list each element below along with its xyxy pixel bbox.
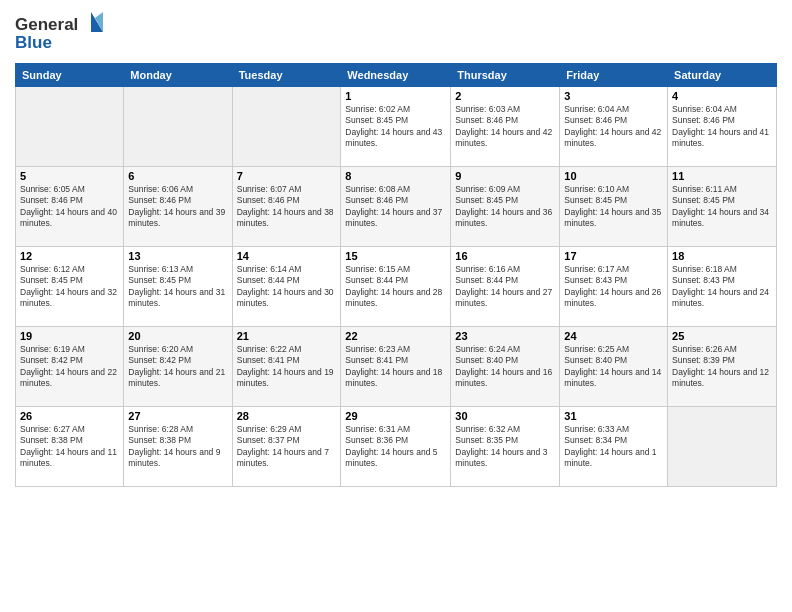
day-info: Sunrise: 6:14 AMSunset: 8:44 PMDaylight:… — [237, 264, 337, 310]
day-cell: 23Sunrise: 6:24 AMSunset: 8:40 PMDayligh… — [451, 327, 560, 407]
day-number: 22 — [345, 330, 446, 342]
day-info: Sunrise: 6:18 AMSunset: 8:43 PMDaylight:… — [672, 264, 772, 310]
day-number: 25 — [672, 330, 772, 342]
calendar-table: SundayMondayTuesdayWednesdayThursdayFrid… — [15, 63, 777, 487]
weekday-header-wednesday: Wednesday — [341, 64, 451, 87]
day-cell: 10Sunrise: 6:10 AMSunset: 8:45 PMDayligh… — [560, 167, 668, 247]
day-info: Sunrise: 6:19 AMSunset: 8:42 PMDaylight:… — [20, 344, 119, 390]
week-row-5: 26Sunrise: 6:27 AMSunset: 8:38 PMDayligh… — [16, 407, 777, 487]
page: General Blue SundayMondayTuesdayWednesda… — [0, 0, 792, 612]
day-cell: 25Sunrise: 6:26 AMSunset: 8:39 PMDayligh… — [668, 327, 777, 407]
day-info: Sunrise: 6:26 AMSunset: 8:39 PMDaylight:… — [672, 344, 772, 390]
day-cell: 9Sunrise: 6:09 AMSunset: 8:45 PMDaylight… — [451, 167, 560, 247]
day-cell: 21Sunrise: 6:22 AMSunset: 8:41 PMDayligh… — [232, 327, 341, 407]
day-info: Sunrise: 6:31 AMSunset: 8:36 PMDaylight:… — [345, 424, 446, 470]
day-info: Sunrise: 6:23 AMSunset: 8:41 PMDaylight:… — [345, 344, 446, 390]
header: General Blue — [15, 10, 777, 55]
day-number: 27 — [128, 410, 227, 422]
day-number: 5 — [20, 170, 119, 182]
day-info: Sunrise: 6:04 AMSunset: 8:46 PMDaylight:… — [564, 104, 663, 150]
day-cell: 8Sunrise: 6:08 AMSunset: 8:46 PMDaylight… — [341, 167, 451, 247]
svg-text:General: General — [15, 15, 78, 34]
day-info: Sunrise: 6:11 AMSunset: 8:45 PMDaylight:… — [672, 184, 772, 230]
day-cell: 20Sunrise: 6:20 AMSunset: 8:42 PMDayligh… — [124, 327, 232, 407]
day-cell: 2Sunrise: 6:03 AMSunset: 8:46 PMDaylight… — [451, 87, 560, 167]
day-info: Sunrise: 6:12 AMSunset: 8:45 PMDaylight:… — [20, 264, 119, 310]
day-number: 15 — [345, 250, 446, 262]
day-number: 29 — [345, 410, 446, 422]
day-cell: 4Sunrise: 6:04 AMSunset: 8:46 PMDaylight… — [668, 87, 777, 167]
day-cell: 31Sunrise: 6:33 AMSunset: 8:34 PMDayligh… — [560, 407, 668, 487]
day-number: 23 — [455, 330, 555, 342]
day-number: 12 — [20, 250, 119, 262]
day-info: Sunrise: 6:08 AMSunset: 8:46 PMDaylight:… — [345, 184, 446, 230]
week-row-3: 12Sunrise: 6:12 AMSunset: 8:45 PMDayligh… — [16, 247, 777, 327]
day-number: 19 — [20, 330, 119, 342]
day-number: 30 — [455, 410, 555, 422]
day-info: Sunrise: 6:13 AMSunset: 8:45 PMDaylight:… — [128, 264, 227, 310]
day-cell: 11Sunrise: 6:11 AMSunset: 8:45 PMDayligh… — [668, 167, 777, 247]
day-cell: 28Sunrise: 6:29 AMSunset: 8:37 PMDayligh… — [232, 407, 341, 487]
logo: General Blue — [15, 10, 105, 55]
day-cell — [124, 87, 232, 167]
weekday-header-thursday: Thursday — [451, 64, 560, 87]
day-number: 6 — [128, 170, 227, 182]
day-number: 31 — [564, 410, 663, 422]
week-row-4: 19Sunrise: 6:19 AMSunset: 8:42 PMDayligh… — [16, 327, 777, 407]
day-cell: 18Sunrise: 6:18 AMSunset: 8:43 PMDayligh… — [668, 247, 777, 327]
day-cell: 27Sunrise: 6:28 AMSunset: 8:38 PMDayligh… — [124, 407, 232, 487]
svg-text:Blue: Blue — [15, 33, 52, 52]
day-number: 8 — [345, 170, 446, 182]
day-number: 28 — [237, 410, 337, 422]
day-info: Sunrise: 6:10 AMSunset: 8:45 PMDaylight:… — [564, 184, 663, 230]
day-number: 11 — [672, 170, 772, 182]
day-number: 26 — [20, 410, 119, 422]
weekday-header-saturday: Saturday — [668, 64, 777, 87]
day-number: 18 — [672, 250, 772, 262]
day-info: Sunrise: 6:33 AMSunset: 8:34 PMDaylight:… — [564, 424, 663, 470]
day-info: Sunrise: 6:27 AMSunset: 8:38 PMDaylight:… — [20, 424, 119, 470]
day-info: Sunrise: 6:16 AMSunset: 8:44 PMDaylight:… — [455, 264, 555, 310]
day-number: 24 — [564, 330, 663, 342]
day-number: 20 — [128, 330, 227, 342]
day-cell: 24Sunrise: 6:25 AMSunset: 8:40 PMDayligh… — [560, 327, 668, 407]
day-info: Sunrise: 6:24 AMSunset: 8:40 PMDaylight:… — [455, 344, 555, 390]
day-number: 7 — [237, 170, 337, 182]
day-info: Sunrise: 6:15 AMSunset: 8:44 PMDaylight:… — [345, 264, 446, 310]
day-cell: 30Sunrise: 6:32 AMSunset: 8:35 PMDayligh… — [451, 407, 560, 487]
day-cell: 3Sunrise: 6:04 AMSunset: 8:46 PMDaylight… — [560, 87, 668, 167]
day-info: Sunrise: 6:06 AMSunset: 8:46 PMDaylight:… — [128, 184, 227, 230]
week-row-1: 1Sunrise: 6:02 AMSunset: 8:45 PMDaylight… — [16, 87, 777, 167]
day-cell: 1Sunrise: 6:02 AMSunset: 8:45 PMDaylight… — [341, 87, 451, 167]
day-cell: 12Sunrise: 6:12 AMSunset: 8:45 PMDayligh… — [16, 247, 124, 327]
day-number: 1 — [345, 90, 446, 102]
day-number: 21 — [237, 330, 337, 342]
day-info: Sunrise: 6:20 AMSunset: 8:42 PMDaylight:… — [128, 344, 227, 390]
day-cell — [232, 87, 341, 167]
day-cell: 26Sunrise: 6:27 AMSunset: 8:38 PMDayligh… — [16, 407, 124, 487]
day-cell: 6Sunrise: 6:06 AMSunset: 8:46 PMDaylight… — [124, 167, 232, 247]
day-number: 3 — [564, 90, 663, 102]
day-cell: 16Sunrise: 6:16 AMSunset: 8:44 PMDayligh… — [451, 247, 560, 327]
day-number: 13 — [128, 250, 227, 262]
day-cell: 14Sunrise: 6:14 AMSunset: 8:44 PMDayligh… — [232, 247, 341, 327]
day-number: 17 — [564, 250, 663, 262]
weekday-header-sunday: Sunday — [16, 64, 124, 87]
day-info: Sunrise: 6:02 AMSunset: 8:45 PMDaylight:… — [345, 104, 446, 150]
day-cell: 7Sunrise: 6:07 AMSunset: 8:46 PMDaylight… — [232, 167, 341, 247]
day-cell: 29Sunrise: 6:31 AMSunset: 8:36 PMDayligh… — [341, 407, 451, 487]
day-info: Sunrise: 6:05 AMSunset: 8:46 PMDaylight:… — [20, 184, 119, 230]
day-info: Sunrise: 6:25 AMSunset: 8:40 PMDaylight:… — [564, 344, 663, 390]
day-number: 16 — [455, 250, 555, 262]
day-cell — [16, 87, 124, 167]
day-cell: 5Sunrise: 6:05 AMSunset: 8:46 PMDaylight… — [16, 167, 124, 247]
weekday-header-monday: Monday — [124, 64, 232, 87]
day-cell: 17Sunrise: 6:17 AMSunset: 8:43 PMDayligh… — [560, 247, 668, 327]
day-cell: 15Sunrise: 6:15 AMSunset: 8:44 PMDayligh… — [341, 247, 451, 327]
day-number: 9 — [455, 170, 555, 182]
day-cell: 19Sunrise: 6:19 AMSunset: 8:42 PMDayligh… — [16, 327, 124, 407]
day-info: Sunrise: 6:32 AMSunset: 8:35 PMDaylight:… — [455, 424, 555, 470]
day-number: 2 — [455, 90, 555, 102]
logo-svg: General Blue — [15, 10, 105, 55]
day-number: 4 — [672, 90, 772, 102]
